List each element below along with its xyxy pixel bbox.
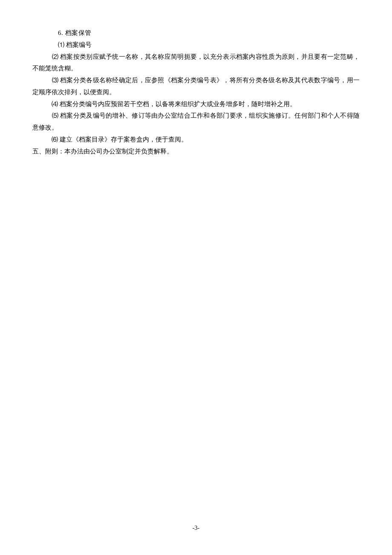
line-item: 五、附则：本办法由公司办公室制定并负责解释。 bbox=[32, 146, 360, 158]
page-number: -3- bbox=[0, 523, 392, 534]
line-item: ⑴ 档案编号 bbox=[32, 39, 360, 51]
line-item: ⑵ 档案按类别应赋予统一名称，其名称应简明扼要，以充分表示档案内容性质为原则，并… bbox=[32, 51, 360, 75]
line-item: ⑶ 档案分类各级名称经确定后，应参照《档案分类编号表》，将所有分类各级名称及其代… bbox=[32, 75, 360, 98]
line-item: ⑷ 档案分类编号内应预留若干空档，以备将来组织扩大或业务增多时，随时增补之用。 bbox=[32, 98, 360, 110]
document-body: 6. 档案保管 ⑴ 档案编号 ⑵ 档案按类别应赋予统一名称，其名称应简明扼要，以… bbox=[0, 0, 392, 157]
line-item: ⑹ 建立《档案目录》存于案卷盒内，便于查阅。 bbox=[32, 134, 360, 146]
line-item: ⑸ 档案分类及编号的增补、修订等由办公室结合工作和各部门要求，组织实施修订。任何… bbox=[32, 110, 360, 134]
line-item: 6. 档案保管 bbox=[32, 27, 360, 39]
